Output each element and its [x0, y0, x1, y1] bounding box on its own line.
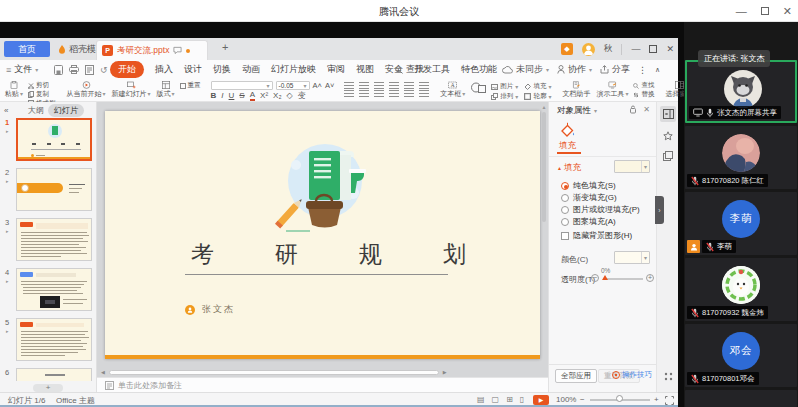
collapse-properties-flap[interactable]: ›	[655, 196, 664, 224]
strikethrough-button[interactable]: S	[239, 91, 244, 100]
fill-section-header[interactable]: ▲填充	[557, 162, 581, 174]
animation-pane-icon[interactable]	[660, 148, 676, 164]
paste-button[interactable]: 粘贴▾	[2, 80, 26, 100]
author-row[interactable]: 张文杰	[185, 303, 235, 316]
horizontal-scrollbar[interactable]: ◀ ▶	[101, 369, 541, 375]
numbering-icon[interactable]	[359, 82, 369, 90]
sync-status[interactable]: 未同步▾	[502, 63, 549, 76]
italic-button[interactable]: I	[221, 91, 223, 100]
replace-button[interactable]: 替换	[633, 90, 654, 99]
tab-design[interactable]: 设计	[184, 63, 202, 76]
align-left-icon[interactable]	[344, 90, 354, 98]
picture-button[interactable]: 图片▾	[491, 82, 518, 91]
line-spacing-icon[interactable]	[404, 82, 414, 90]
wps-home-tab[interactable]: 首页	[4, 41, 50, 57]
collaborate-button[interactable]: 协作▾	[557, 63, 592, 76]
participant-tile-5[interactable]: 邓会 817070801邓会	[685, 324, 797, 387]
comment-icon[interactable]	[173, 46, 182, 55]
highlight-button[interactable]: ◇	[287, 91, 293, 100]
underline-button[interactable]: U	[229, 91, 235, 100]
zoom-level[interactable]: 100%	[556, 395, 576, 404]
option-pattern-fill[interactable]: 图案填充(A)	[561, 216, 616, 227]
save-icon[interactable]	[54, 65, 63, 75]
superscript-button[interactable]: X²	[260, 91, 268, 100]
slide-thumbnail-2[interactable]	[16, 168, 92, 211]
account-avatar[interactable]	[582, 43, 595, 56]
file-menu[interactable]: ≡ 文件▾	[6, 63, 38, 76]
close-button[interactable]: ✕	[783, 5, 792, 18]
participant-tile-4[interactable]: 817070932 魏金炜	[685, 258, 797, 321]
align-right-icon[interactable]	[374, 90, 384, 98]
share-button[interactable]: 分享	[600, 63, 630, 76]
font-spacing-input[interactable]: -0.05▾	[276, 81, 310, 90]
close-panel-icon[interactable]: ✕	[643, 105, 650, 114]
slideshow-play-button[interactable]: ▶	[533, 395, 549, 405]
account-name[interactable]: 秋	[604, 43, 613, 55]
preview-icon[interactable]	[85, 65, 94, 75]
normal-view-icon[interactable]: ▤	[477, 395, 485, 404]
slides-tab[interactable]: 幻灯片	[48, 104, 84, 117]
wps-member-badge[interactable]: ◆	[561, 43, 573, 55]
wps-close-button[interactable]: ✕	[666, 44, 674, 54]
doc-assistant-button[interactable]: 文档助手	[559, 80, 593, 100]
cut-button[interactable]: 剪切	[28, 81, 56, 90]
zoom-slider-knob[interactable]	[616, 395, 623, 402]
participant-tile-6-partial[interactable]	[685, 390, 797, 407]
find-button[interactable]: 查找	[633, 81, 654, 90]
transparency-minus-button[interactable]: −	[591, 274, 599, 282]
increase-font-button[interactable]: A˄	[313, 81, 322, 90]
color-swatch-dropdown[interactable]: ▾	[614, 251, 650, 264]
tab-transition[interactable]: 切换	[213, 63, 231, 76]
hide-background-checkbox[interactable]: 隐藏背景图形(H)	[561, 230, 632, 241]
justify-icon[interactable]	[389, 90, 399, 98]
grid-view-icon[interactable]: ⊞	[506, 395, 513, 404]
reset-button[interactable]: 重置	[180, 81, 201, 90]
paragraph-settings-icon[interactable]	[419, 90, 429, 98]
subscript-button[interactable]: X₂	[273, 91, 281, 100]
present-tools-button[interactable]: 演示工具▾	[593, 80, 631, 100]
slide-thumbnail-4[interactable]	[16, 268, 92, 311]
pin-icon[interactable]	[629, 105, 637, 114]
ribbon-search[interactable]: 查找	[395, 63, 424, 76]
new-slide-button[interactable]: 新建幻灯片▾	[109, 80, 154, 100]
app-grid-icon[interactable]	[660, 368, 676, 384]
notes-bar[interactable]: 单击此处添加备注	[97, 377, 548, 392]
tab-animation[interactable]: 动画	[242, 63, 260, 76]
indent-decrease-icon[interactable]	[374, 82, 384, 90]
fill-tab[interactable]: 填充	[559, 140, 576, 152]
slide-thumbnail-1[interactable]	[16, 118, 92, 161]
fill-swatch-dropdown[interactable]: ▾	[614, 160, 650, 173]
reading-view-icon[interactable]: ▯	[520, 395, 524, 404]
layout-button[interactable]: 版式▾	[154, 80, 178, 100]
tab-insert[interactable]: 插入	[155, 63, 173, 76]
participant-tile-3[interactable]: 李萌 李萌	[685, 192, 797, 255]
zoom-out-button[interactable]: −	[580, 395, 585, 404]
tab-review[interactable]: 审阅	[327, 63, 345, 76]
bold-button[interactable]: B	[211, 91, 217, 100]
slide-thumbnail-6[interactable]	[16, 368, 92, 381]
maximize-button[interactable]	[761, 7, 769, 15]
slide-sorter-icon[interactable]: ▢	[492, 395, 500, 404]
undo-icon[interactable]: ↺	[100, 65, 108, 75]
transparency-plus-button[interactable]: +	[646, 274, 654, 282]
bullets-icon[interactable]	[344, 82, 354, 90]
wps-document-tab[interactable]: P 考研交流.pptx	[96, 40, 208, 60]
font-name-select[interactable]: ▾	[211, 81, 273, 90]
participant-tile-2[interactable]: 817070820 陈仁红	[685, 126, 797, 189]
play-from-current-button[interactable]: 从当前开始▾	[64, 80, 109, 100]
tab-view[interactable]: 视图	[356, 63, 374, 76]
option-gradient-fill[interactable]: 渐变填充(G)	[561, 192, 617, 203]
transparency-slider-marker[interactable]	[602, 275, 608, 280]
decrease-font-button[interactable]: A˅	[325, 81, 334, 90]
participant-tile-1[interactable]: 张文杰的屏幕共享	[685, 60, 797, 123]
indent-increase-icon[interactable]	[389, 82, 399, 90]
wps-maximize-button[interactable]	[649, 45, 657, 53]
shapes-button[interactable]	[468, 80, 489, 100]
font-color-button[interactable]: A	[250, 91, 255, 101]
new-tab-button[interactable]: +	[222, 41, 228, 53]
align-center-icon[interactable]	[359, 90, 369, 98]
zoom-in-button[interactable]: +	[654, 395, 659, 404]
tab-slideshow[interactable]: 幻灯片放映	[271, 63, 316, 76]
text-effect-button[interactable]: 变	[298, 90, 306, 101]
text-box-button[interactable]: A 文本框▾	[437, 80, 468, 100]
